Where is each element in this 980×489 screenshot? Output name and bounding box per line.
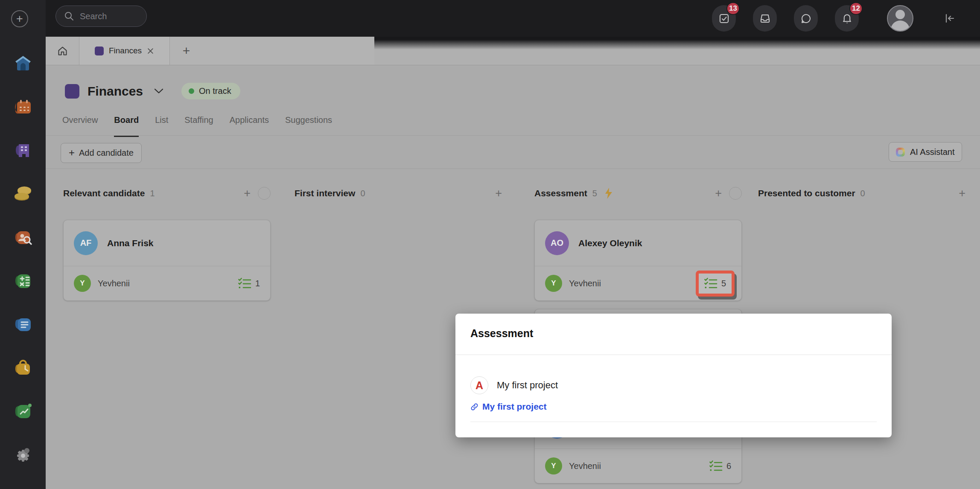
column-first-interview: First interview 0 + — [295, 169, 502, 201]
create-button[interactable]: + — [11, 10, 28, 27]
add-card-icon[interactable]: + — [959, 188, 965, 199]
home-tab-icon — [57, 45, 68, 57]
app-sidebar: + — [0, 0, 46, 489]
notifications-badge: 12 — [849, 2, 863, 15]
tab-suggestions[interactable]: Suggestions — [285, 115, 332, 136]
tabs: Finances + — [46, 37, 374, 65]
search-icon — [64, 12, 74, 21]
tabstrip-shadow — [374, 37, 980, 65]
time-tracking-icon[interactable] — [13, 358, 33, 378]
candidate-card-anna-frisk[interactable]: AF Anna Frisk Y Yevhenii — [63, 220, 271, 301]
chat-button[interactable] — [794, 5, 818, 32]
collapse-panel-button[interactable] — [943, 12, 956, 25]
add-candidate-label: Add candidate — [79, 148, 134, 158]
project-link-label: My first project — [482, 402, 547, 412]
checklist-count: 6 — [726, 461, 731, 471]
board-toolbar: + Add candidate AI Assistant — [46, 136, 980, 169]
calendar-icon[interactable] — [13, 96, 33, 117]
tab-label: Finances — [109, 46, 142, 55]
tab-board[interactable]: Board — [114, 115, 139, 137]
bell-icon — [841, 13, 853, 24]
column-header: First interview 0 + — [295, 186, 502, 201]
link-icon — [470, 403, 478, 411]
assignee-name: Yevhenii — [98, 279, 130, 288]
ai-assistant-label: AI Assistant — [910, 147, 955, 157]
page-header: Finances On track — [65, 83, 240, 99]
tab-home[interactable] — [46, 37, 79, 65]
ai-assistant-button[interactable]: AI Assistant — [889, 142, 962, 162]
checklist-count: 1 — [255, 279, 260, 288]
candidate-avatar: AF — [74, 231, 98, 255]
tab-overview[interactable]: Overview — [62, 115, 98, 136]
user-avatar[interactable] — [887, 5, 913, 32]
tab-staffing[interactable]: Staffing — [184, 115, 213, 136]
checklist-icon — [238, 278, 251, 289]
add-card-icon[interactable]: + — [715, 188, 722, 199]
candidate-avatar: AO — [545, 231, 569, 255]
talent-search-icon[interactable] — [13, 227, 33, 247]
coins-icon[interactable] — [13, 183, 33, 204]
assignee-avatar: Y — [545, 275, 562, 292]
tab-applicants[interactable]: Applicants — [230, 115, 269, 136]
status-label: On track — [199, 86, 231, 96]
automation-bolt-icon[interactable] — [604, 187, 613, 199]
tasks-button[interactable]: 13 — [712, 5, 736, 32]
add-card-icon[interactable]: + — [244, 188, 251, 199]
popup-body: A My first project My first project — [455, 376, 892, 422]
column-header: Relevant candidate 1 + — [63, 186, 271, 201]
popup-title: Assessment — [470, 327, 877, 340]
column-select-circle[interactable] — [258, 187, 271, 200]
tab-finances[interactable]: Finances — [79, 37, 170, 65]
page-title: Finances — [88, 84, 143, 99]
search-input[interactable]: Search — [55, 6, 147, 27]
tab-list[interactable]: List — [155, 115, 168, 136]
checklist-count: 5 — [721, 279, 726, 288]
home-icon[interactable] — [13, 53, 33, 73]
column-select-circle[interactable] — [729, 187, 742, 200]
close-tab-icon[interactable] — [147, 47, 154, 55]
checklist-indicator[interactable]: 5 — [704, 278, 726, 289]
column-header: Presented to customer 0 + — [758, 186, 965, 201]
topbar-actions: 13 12 — [712, 5, 956, 32]
assignee-avatar: Y — [545, 457, 562, 474]
column-count: 1 — [150, 189, 155, 198]
new-tab-button[interactable]: + — [170, 37, 203, 65]
settings-icon[interactable] — [13, 445, 33, 465]
notifications-button[interactable]: 12 — [835, 5, 859, 32]
column-count: 5 — [592, 189, 597, 198]
add-card-icon[interactable]: + — [495, 188, 502, 199]
assignee-name: Yevhenii — [569, 461, 601, 471]
tasks-icon — [718, 13, 730, 24]
company-icon[interactable] — [13, 140, 33, 160]
status-badge[interactable]: On track — [181, 83, 240, 99]
top-bar: Search 13 12 — [0, 0, 980, 37]
candidate-card-alexey-oleynik[interactable]: AO Alexey Oleynik Y Yevhenii — [534, 220, 742, 301]
avatar-head — [895, 10, 905, 19]
status-dot-icon — [189, 88, 194, 94]
column-title: First interview — [295, 188, 355, 198]
sidebar-apps — [0, 53, 46, 488]
column-count: 0 — [360, 189, 365, 198]
avatar-body — [891, 20, 910, 32]
checklist-indicator[interactable]: 1 — [238, 278, 260, 289]
project-link[interactable]: My first project — [470, 402, 877, 412]
project-name: My first project — [497, 380, 558, 391]
project-color-icon — [95, 47, 104, 55]
tab-strip: Finances + — [46, 37, 980, 65]
add-candidate-button[interactable]: + Add candidate — [61, 143, 142, 163]
inbox-button[interactable] — [753, 5, 777, 32]
project-nav: Overview Board List Staffing Applicants … — [46, 115, 980, 136]
search-placeholder: Search — [80, 12, 107, 21]
analytics-icon[interactable] — [13, 401, 33, 422]
chevron-down-icon[interactable] — [154, 88, 163, 94]
click-highlight-box: 5 — [696, 271, 735, 297]
documents-icon[interactable] — [13, 314, 33, 335]
plus-icon: + — [69, 147, 75, 159]
calculator-icon[interactable] — [13, 271, 33, 291]
checklist-indicator[interactable]: 6 — [709, 460, 731, 472]
column-title: Presented to customer — [758, 188, 855, 198]
inbox-icon — [759, 13, 771, 24]
column-relevant-candidate: Relevant candidate 1 + AF Anna Frisk Y Y… — [63, 169, 271, 301]
candidate-name: Anna Frisk — [107, 238, 154, 248]
chat-icon — [800, 13, 812, 24]
